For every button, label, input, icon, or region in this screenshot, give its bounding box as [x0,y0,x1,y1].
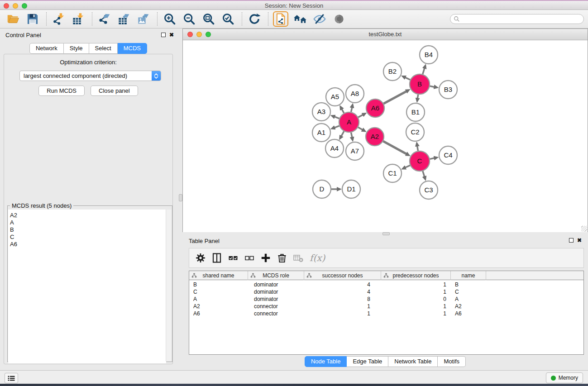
cell-MCDS-role[interactable]: connector [248,303,304,310]
cell-MCDS-role[interactable]: connector [248,310,304,317]
run-mcds-button[interactable]: Run MCDS [38,86,85,96]
table-row[interactable]: A2connector11A2 [189,303,583,310]
close-panel-icon[interactable]: ✖ [169,33,174,37]
edge-A-A6[interactable] [358,115,363,118]
show-all-networks-button[interactable] [292,11,308,27]
tab-mcds[interactable]: MCDS [118,43,147,54]
zoom-out-button[interactable] [182,11,197,27]
node-B[interactable]: B [410,74,430,94]
zoom-in-button[interactable] [162,11,177,27]
node-A5[interactable]: A5 [326,88,344,106]
import-network-button[interactable] [51,11,67,27]
edge-B-B1[interactable] [417,95,418,99]
edge-C-C2[interactable] [417,146,418,151]
duplicate-network-button[interactable] [273,11,288,27]
cell-successor-nodes[interactable]: 4 [304,289,381,295]
table-row[interactable]: Bdominator41B [189,281,583,288]
cell-predecessor-nodes[interactable]: 1 [381,310,451,317]
zoom-fit-button[interactable] [201,11,216,27]
cell-shared-name[interactable]: A2 [189,303,248,310]
tab-network[interactable]: Network [29,43,64,54]
memory-button[interactable]: Memory [546,372,583,383]
node-A2[interactable]: A2 [366,128,384,146]
save-session-button[interactable] [25,11,40,27]
node-A1[interactable]: A1 [312,124,330,142]
node-A8[interactable]: A8 [346,85,364,103]
edge-B-B2[interactable] [405,77,410,80]
tab-motifs[interactable]: Motifs [438,356,466,367]
vertical-splitter-handle[interactable] [179,194,182,201]
edge-B-B3[interactable] [430,86,435,87]
cell-MCDS-role[interactable]: dominator [248,281,304,288]
cell-name[interactable]: A [451,296,486,302]
show-hidden-button[interactable] [331,11,347,27]
cell-predecessor-nodes[interactable]: 1 [381,289,451,295]
cell-MCDS-role[interactable]: dominator [248,289,304,295]
node-C[interactable]: C [410,151,430,171]
edge-A-A1[interactable] [335,126,339,128]
node-C4[interactable]: C4 [439,146,457,164]
cell-shared-name[interactable]: A [189,296,248,302]
table-row[interactable]: A6connector11A6 [189,310,583,317]
table-settings-button[interactable] [194,251,207,265]
network-graph[interactable]: AA1A3A5A8A4A7A6A2BB2B4B3B1CC2C4C1C3DD1 [183,40,588,232]
edge-B-B4[interactable] [423,68,425,74]
float-panel-icon[interactable] [161,33,166,37]
mcds-result-list[interactable]: A2ABCA6 [8,210,166,363]
mcds-result-item[interactable]: A6 [8,241,166,248]
mcds-result-item[interactable]: C [8,234,166,241]
cell-name[interactable]: A2 [451,303,486,310]
mcds-result-item[interactable]: A2 [8,212,166,219]
cell-shared-name[interactable]: A6 [189,310,248,317]
cell-predecessor-nodes[interactable]: 0 [381,296,451,302]
tab-node-table[interactable]: Node Table [305,356,347,367]
cell-MCDS-role[interactable]: dominator [248,296,304,302]
mcds-result-item[interactable]: A [8,219,166,226]
delete-column-button[interactable] [275,251,289,265]
cell-successor-nodes[interactable]: 8 [304,296,381,302]
export-network-button[interactable] [97,11,112,27]
column-header-successor-nodes[interactable]: successor nodes [304,271,381,280]
node-A7[interactable]: A7 [346,142,364,160]
close-table-panel-icon[interactable]: ✖ [577,238,582,243]
show-columns-button[interactable] [210,251,224,265]
result-scrollbar[interactable] [166,210,172,361]
node-A4[interactable]: A4 [325,139,344,157]
node-B2[interactable]: B2 [383,62,402,81]
node-D1[interactable]: D1 [342,180,360,198]
refresh-button[interactable] [247,11,262,27]
edge-A-A7[interactable] [351,133,352,138]
edge-A2-C[interactable] [383,141,406,154]
hide-selected-button[interactable] [312,11,327,27]
mcds-result-item[interactable]: B [8,226,166,234]
zoom-selected-button[interactable] [220,11,236,27]
cell-shared-name[interactable]: B [189,281,248,288]
table-row[interactable]: Cdominator41C [189,288,583,295]
node-C3[interactable]: C3 [420,181,438,199]
edge-C-C3[interactable] [423,171,425,176]
float-table-panel-icon[interactable] [569,238,574,243]
column-header-MCDS-role[interactable]: MCDS role [248,271,304,280]
tab-select[interactable]: Select [89,43,118,54]
edge-C-C1[interactable] [405,165,410,167]
network-window-titlebar[interactable]: testGlobe.txt [183,29,588,40]
search-input[interactable] [460,14,583,24]
open-file-button[interactable] [5,11,21,27]
edge-A-A2[interactable] [358,127,363,130]
deselect-all-button[interactable] [243,251,256,265]
resize-grip-icon[interactable] [581,226,587,232]
criterion-select[interactable]: largest connected component (directed) [19,71,161,81]
cell-predecessor-nodes[interactable]: 1 [381,281,451,288]
edge-A-A5[interactable] [342,109,344,113]
column-header-predecessor-nodes[interactable]: predecessor nodes [381,271,451,280]
search-field[interactable] [450,14,584,24]
tab-edge-table[interactable]: Edge Table [347,356,388,367]
task-history-button[interactable] [5,373,18,383]
column-header-shared-name[interactable]: shared name [189,271,248,280]
cell-name[interactable]: C [451,289,486,295]
edge-A6-B[interactable] [383,91,406,104]
node-B4[interactable]: B4 [420,46,438,64]
tab-style[interactable]: Style [64,43,89,54]
cell-name[interactable]: A6 [451,310,486,317]
edge-A-A4[interactable] [341,131,344,136]
